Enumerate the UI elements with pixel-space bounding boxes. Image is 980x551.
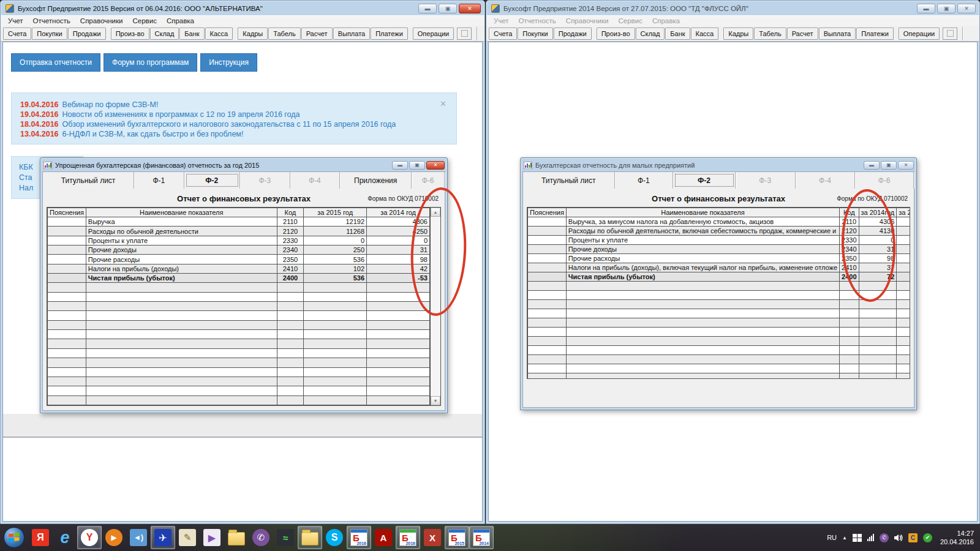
cell-explanation[interactable] <box>48 274 86 283</box>
cell-empty[interactable] <box>897 318 910 328</box>
news-item[interactable]: 19.04.2016Вебинар по форме СЗВ-М! <box>20 100 448 110</box>
cell-empty[interactable] <box>48 283 86 292</box>
toolbar-button[interactable]: Платежи <box>371 28 408 40</box>
cell-empty[interactable] <box>277 358 304 367</box>
system-monitor-icon[interactable]: ≈ <box>273 526 298 549</box>
cell-year2[interactable]: 7 <box>897 254 910 263</box>
cell-empty[interactable] <box>840 309 859 318</box>
viber-tray-icon[interactable]: ✆ <box>880 533 889 542</box>
commfort-tray-icon[interactable]: C <box>908 533 918 542</box>
cell-explanation[interactable] <box>48 217 86 227</box>
cell-empty[interactable] <box>566 318 839 328</box>
toolbar-button[interactable]: Выплата <box>333 28 371 40</box>
cell-empty[interactable] <box>859 300 897 309</box>
cell-empty[interactable] <box>566 291 839 300</box>
skype-icon[interactable]: S <box>322 526 347 549</box>
toolbar-button[interactable]: Касса <box>205 28 233 40</box>
cell-empty[interactable] <box>840 300 859 309</box>
cell-empty[interactable] <box>840 364 859 373</box>
cell-code[interactable]: 2400 <box>277 274 304 283</box>
cell-empty[interactable] <box>367 339 430 348</box>
cell-empty[interactable] <box>86 339 277 348</box>
cell-name[interactable]: Чистая прибыль (убыток) <box>566 272 839 282</box>
close-icon[interactable]: ✕ <box>459 4 481 13</box>
dialog-close-icon[interactable]: ✕ <box>426 161 445 170</box>
cell-empty[interactable] <box>897 346 910 355</box>
toolbar-customize-button[interactable] <box>457 28 472 40</box>
windows-flag-icon[interactable] <box>853 534 862 542</box>
cell-empty[interactable] <box>840 337 859 346</box>
news-link[interactable]: 6-НДФЛ и СЗВ-М, как сдать быстро и без п… <box>62 130 244 138</box>
dialog-minimize-icon[interactable]: ▬ <box>864 161 880 170</box>
internet-explorer-icon[interactable]: e <box>53 526 77 549</box>
origami-app-icon[interactable]: ✈ <box>151 526 175 549</box>
cell-empty[interactable] <box>897 364 910 373</box>
minimize-icon[interactable]: ▬ <box>917 4 935 13</box>
tab-ф-2[interactable]: Ф-2 <box>673 172 736 189</box>
red-x-app-icon[interactable]: X <box>420 526 445 549</box>
cell-empty[interactable] <box>304 377 367 386</box>
cell-empty[interactable] <box>528 355 567 364</box>
tab-титульный-лист[interactable]: Титульный лист <box>43 172 134 189</box>
language-indicator[interactable]: RU <box>827 534 837 541</box>
maximize-icon[interactable]: ▣ <box>937 4 956 13</box>
cell-empty[interactable] <box>304 395 367 405</box>
cell-name[interactable]: Прочие расходы <box>86 255 277 264</box>
toolbar-button[interactable]: Склад <box>150 28 179 40</box>
dialog-minimize-icon[interactable]: ▬ <box>392 161 408 170</box>
toolbar-button[interactable]: Банк <box>179 28 204 40</box>
cell-explanation[interactable] <box>48 264 86 273</box>
action-button[interactable]: Форум по программам <box>104 53 197 72</box>
cell-year1[interactable]: 0 <box>304 236 367 245</box>
cell-empty[interactable] <box>277 395 304 405</box>
cell-code[interactable]: 2340 <box>277 246 304 255</box>
news-link[interactable]: Обзор изменений бухгалтерского и налогов… <box>62 120 396 129</box>
explorer-folder-icon[interactable] <box>298 526 322 549</box>
cell-empty[interactable] <box>304 358 367 367</box>
menu-item[interactable]: Отчетность <box>28 17 75 25</box>
yandex-icon[interactable]: Я <box>28 526 53 549</box>
toolbar-button[interactable]: Операции <box>413 28 454 40</box>
cell-year2[interactable]: 2336 <box>897 227 910 236</box>
cell-year1[interactable]: 536 <box>304 255 367 264</box>
cell-empty[interactable] <box>840 318 859 328</box>
toolbar-button[interactable]: Банк <box>665 28 690 40</box>
cell-explanation[interactable] <box>528 263 567 272</box>
cell-empty[interactable] <box>840 373 859 380</box>
cell-explanation[interactable] <box>48 236 86 245</box>
action-button[interactable]: Инструкция <box>200 53 257 72</box>
cell-explanation[interactable] <box>48 246 86 255</box>
action-button[interactable]: Отправка отчетности <box>11 53 100 72</box>
buhsoft-2016-green-icon[interactable]: Б2016 <box>396 526 420 549</box>
cell-name[interactable]: Проценты к уплате <box>566 236 839 245</box>
cell-year1[interactable]: 250 <box>304 246 367 255</box>
maximize-icon[interactable]: ▣ <box>439 4 457 13</box>
start-button[interactable] <box>4 527 24 548</box>
cell-empty[interactable] <box>367 367 430 377</box>
cell-empty[interactable] <box>859 373 897 380</box>
cell-empty[interactable] <box>48 302 86 311</box>
cell-empty[interactable] <box>897 300 910 309</box>
cell-year1[interactable]: 11268 <box>304 227 367 236</box>
dialog-maximize-icon[interactable]: ▣ <box>881 161 897 170</box>
cell-year2[interactable]: 0 <box>897 236 910 245</box>
menu-item[interactable]: Учет <box>489 17 514 25</box>
titlebar[interactable]: Бухсофт Предприятие 2015 Версия от 06.04… <box>1 1 484 15</box>
cell-empty[interactable] <box>277 377 304 386</box>
cell-empty[interactable] <box>859 337 897 346</box>
toolbar-button[interactable]: Табель <box>268 28 300 40</box>
cell-explanation[interactable] <box>528 236 567 245</box>
minimize-icon[interactable]: ▬ <box>418 4 437 13</box>
cell-code[interactable]: 2330 <box>277 236 304 245</box>
taskbar-clock[interactable]: 14:27 20.04.2016 <box>940 529 974 546</box>
tab-приложения[interactable]: Приложения <box>340 172 412 189</box>
cell-empty[interactable] <box>367 330 430 339</box>
cell-empty[interactable] <box>86 330 277 339</box>
tray-expand-icon[interactable]: ▲ <box>842 535 847 541</box>
cell-empty[interactable] <box>367 311 430 320</box>
yandex-browser-icon[interactable]: Y <box>77 526 102 549</box>
menu-item[interactable]: Отчетность <box>514 17 561 25</box>
cell-explanation[interactable] <box>528 217 567 227</box>
cell-name[interactable]: Прочие доходы <box>566 245 839 254</box>
media-player-icon[interactable]: ▶ <box>102 526 126 549</box>
